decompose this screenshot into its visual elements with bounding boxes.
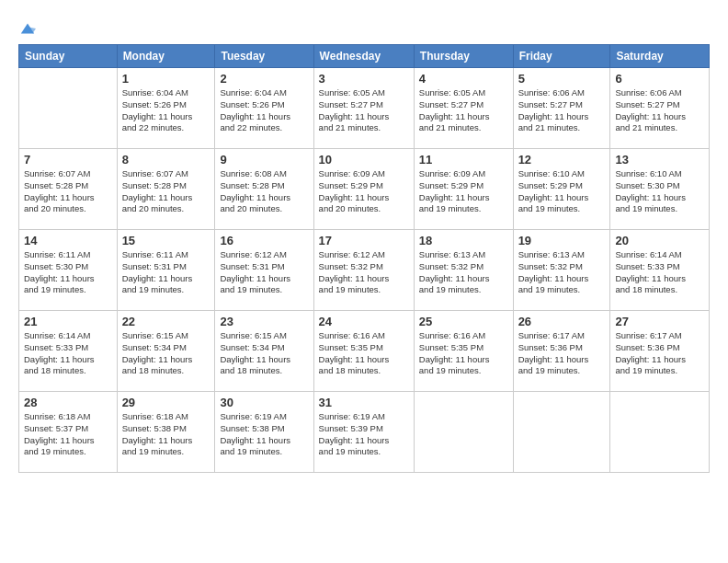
- day-info: Sunrise: 6:15 AM Sunset: 5:34 PM Dayligh…: [122, 330, 210, 377]
- day-number: 22: [122, 315, 210, 328]
- calendar-cell: [414, 392, 513, 473]
- day-number: 20: [615, 234, 704, 247]
- weekday-header-tuesday: Tuesday: [215, 45, 313, 68]
- calendar-cell: 30Sunrise: 6:19 AM Sunset: 5:38 PM Dayli…: [215, 392, 313, 473]
- calendar-cell: 14Sunrise: 6:11 AM Sunset: 5:30 PM Dayli…: [19, 230, 118, 311]
- calendar-cell: 17Sunrise: 6:12 AM Sunset: 5:32 PM Dayli…: [313, 230, 414, 311]
- calendar-cell: 10Sunrise: 6:09 AM Sunset: 5:29 PM Dayli…: [313, 149, 414, 230]
- day-info: Sunrise: 6:12 AM Sunset: 5:31 PM Dayligh…: [220, 249, 308, 296]
- day-info: Sunrise: 6:19 AM Sunset: 5:38 PM Dayligh…: [220, 411, 308, 458]
- day-info: Sunrise: 6:19 AM Sunset: 5:39 PM Dayligh…: [319, 411, 409, 458]
- calendar-cell: 23Sunrise: 6:15 AM Sunset: 5:34 PM Dayli…: [215, 311, 313, 392]
- calendar-cell: 21Sunrise: 6:14 AM Sunset: 5:33 PM Dayli…: [19, 311, 118, 392]
- day-number: 18: [419, 234, 508, 247]
- weekday-header-sunday: Sunday: [19, 45, 118, 68]
- day-number: 13: [615, 153, 704, 167]
- calendar-cell: 24Sunrise: 6:16 AM Sunset: 5:35 PM Dayli…: [313, 311, 414, 392]
- day-info: Sunrise: 6:04 AM Sunset: 5:26 PM Dayligh…: [122, 87, 210, 134]
- weekday-header-wednesday: Wednesday: [313, 45, 414, 68]
- day-info: Sunrise: 6:05 AM Sunset: 5:27 PM Dayligh…: [419, 87, 508, 134]
- day-number: 10: [319, 153, 409, 167]
- calendar-cell: 3Sunrise: 6:05 AM Sunset: 5:27 PM Daylig…: [313, 68, 414, 149]
- calendar-cell: 2Sunrise: 6:04 AM Sunset: 5:26 PM Daylig…: [215, 68, 313, 149]
- calendar-cell: 7Sunrise: 6:07 AM Sunset: 5:28 PM Daylig…: [19, 149, 118, 230]
- calendar-cell: 4Sunrise: 6:05 AM Sunset: 5:27 PM Daylig…: [414, 68, 513, 149]
- day-number: 11: [419, 153, 508, 167]
- day-number: 9: [220, 153, 308, 167]
- calendar-cell: [610, 392, 710, 473]
- calendar-cell: 31Sunrise: 6:19 AM Sunset: 5:39 PM Dayli…: [313, 392, 414, 473]
- day-number: 4: [419, 72, 508, 86]
- day-number: 26: [518, 315, 606, 328]
- header: [18, 17, 710, 39]
- calendar-cell: 1Sunrise: 6:04 AM Sunset: 5:26 PM Daylig…: [117, 68, 215, 149]
- day-info: Sunrise: 6:14 AM Sunset: 5:33 PM Dayligh…: [615, 249, 704, 296]
- weekday-header-saturday: Saturday: [610, 45, 710, 68]
- calendar-cell: 29Sunrise: 6:18 AM Sunset: 5:38 PM Dayli…: [117, 392, 215, 473]
- day-info: Sunrise: 6:10 AM Sunset: 5:29 PM Dayligh…: [518, 168, 606, 215]
- page: SundayMondayTuesdayWednesdayThursdayFrid…: [0, 0, 728, 484]
- day-number: 30: [220, 396, 308, 409]
- day-number: 27: [615, 315, 704, 328]
- day-info: Sunrise: 6:10 AM Sunset: 5:30 PM Dayligh…: [615, 168, 704, 215]
- day-number: 25: [419, 315, 508, 328]
- calendar-cell: 8Sunrise: 6:07 AM Sunset: 5:28 PM Daylig…: [117, 149, 215, 230]
- day-number: 16: [220, 234, 308, 247]
- day-info: Sunrise: 6:18 AM Sunset: 5:37 PM Dayligh…: [24, 411, 112, 458]
- day-info: Sunrise: 6:07 AM Sunset: 5:28 PM Dayligh…: [122, 168, 210, 215]
- day-number: 7: [24, 153, 112, 167]
- day-info: Sunrise: 6:15 AM Sunset: 5:34 PM Dayligh…: [220, 330, 308, 377]
- calendar-cell: 13Sunrise: 6:10 AM Sunset: 5:30 PM Dayli…: [610, 149, 710, 230]
- day-info: Sunrise: 6:06 AM Sunset: 5:27 PM Dayligh…: [615, 87, 704, 134]
- day-number: 21: [24, 315, 112, 328]
- day-number: 1: [122, 72, 210, 86]
- calendar-week-row: 21Sunrise: 6:14 AM Sunset: 5:33 PM Dayli…: [19, 311, 710, 392]
- day-number: 31: [319, 396, 409, 409]
- day-number: 19: [518, 234, 606, 247]
- calendar-cell: 20Sunrise: 6:14 AM Sunset: 5:33 PM Dayli…: [610, 230, 710, 311]
- calendar-cell: [513, 392, 610, 473]
- calendar-cell: 22Sunrise: 6:15 AM Sunset: 5:34 PM Dayli…: [117, 311, 215, 392]
- calendar-cell: 27Sunrise: 6:17 AM Sunset: 5:36 PM Dayli…: [610, 311, 710, 392]
- day-info: Sunrise: 6:08 AM Sunset: 5:28 PM Dayligh…: [220, 168, 308, 215]
- day-info: Sunrise: 6:06 AM Sunset: 5:27 PM Dayligh…: [518, 87, 606, 134]
- weekday-header-friday: Friday: [513, 45, 610, 68]
- day-number: 28: [24, 396, 112, 409]
- calendar-week-row: 1Sunrise: 6:04 AM Sunset: 5:26 PM Daylig…: [19, 68, 710, 149]
- calendar-cell: 11Sunrise: 6:09 AM Sunset: 5:29 PM Dayli…: [414, 149, 513, 230]
- day-info: Sunrise: 6:11 AM Sunset: 5:30 PM Dayligh…: [24, 249, 112, 296]
- calendar-cell: 6Sunrise: 6:06 AM Sunset: 5:27 PM Daylig…: [610, 68, 710, 149]
- day-number: 23: [220, 315, 308, 328]
- calendar-cell: 19Sunrise: 6:13 AM Sunset: 5:32 PM Dayli…: [513, 230, 610, 311]
- weekday-header-row: SundayMondayTuesdayWednesdayThursdayFrid…: [19, 45, 710, 68]
- logo-icon: [19, 20, 36, 37]
- calendar-cell: [19, 68, 118, 149]
- day-number: 17: [319, 234, 409, 247]
- calendar-week-row: 14Sunrise: 6:11 AM Sunset: 5:30 PM Dayli…: [19, 230, 710, 311]
- weekday-header-monday: Monday: [117, 45, 215, 68]
- day-number: 12: [518, 153, 606, 167]
- day-info: Sunrise: 6:12 AM Sunset: 5:32 PM Dayligh…: [319, 249, 409, 296]
- day-info: Sunrise: 6:14 AM Sunset: 5:33 PM Dayligh…: [24, 330, 112, 377]
- day-number: 2: [220, 72, 308, 86]
- calendar-cell: 16Sunrise: 6:12 AM Sunset: 5:31 PM Dayli…: [215, 230, 313, 311]
- calendar-cell: 28Sunrise: 6:18 AM Sunset: 5:37 PM Dayli…: [19, 392, 118, 473]
- day-info: Sunrise: 6:13 AM Sunset: 5:32 PM Dayligh…: [419, 249, 508, 296]
- day-info: Sunrise: 6:13 AM Sunset: 5:32 PM Dayligh…: [518, 249, 606, 296]
- day-info: Sunrise: 6:09 AM Sunset: 5:29 PM Dayligh…: [319, 168, 409, 215]
- calendar-cell: 5Sunrise: 6:06 AM Sunset: 5:27 PM Daylig…: [513, 68, 610, 149]
- calendar-week-row: 7Sunrise: 6:07 AM Sunset: 5:28 PM Daylig…: [19, 149, 710, 230]
- calendar-table: SundayMondayTuesdayWednesdayThursdayFrid…: [18, 44, 710, 473]
- day-info: Sunrise: 6:16 AM Sunset: 5:35 PM Dayligh…: [319, 330, 409, 377]
- day-info: Sunrise: 6:09 AM Sunset: 5:29 PM Dayligh…: [419, 168, 508, 215]
- calendar-cell: 12Sunrise: 6:10 AM Sunset: 5:29 PM Dayli…: [513, 149, 610, 230]
- weekday-header-thursday: Thursday: [414, 45, 513, 68]
- calendar-cell: 26Sunrise: 6:17 AM Sunset: 5:36 PM Dayli…: [513, 311, 610, 392]
- logo: [18, 20, 36, 39]
- day-info: Sunrise: 6:16 AM Sunset: 5:35 PM Dayligh…: [419, 330, 508, 377]
- calendar-cell: 9Sunrise: 6:08 AM Sunset: 5:28 PM Daylig…: [215, 149, 313, 230]
- calendar-cell: 25Sunrise: 6:16 AM Sunset: 5:35 PM Dayli…: [414, 311, 513, 392]
- day-number: 14: [24, 234, 112, 247]
- day-number: 3: [319, 72, 409, 86]
- calendar-cell: 18Sunrise: 6:13 AM Sunset: 5:32 PM Dayli…: [414, 230, 513, 311]
